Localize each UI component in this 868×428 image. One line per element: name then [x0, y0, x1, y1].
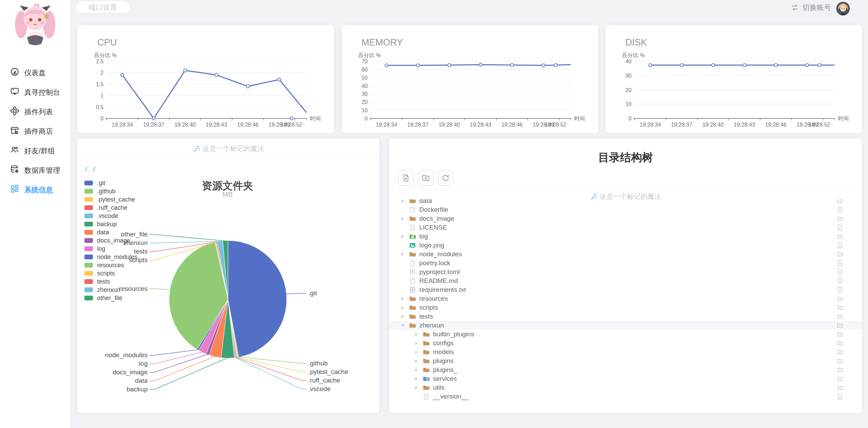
tree-viewport[interactable]: dataDockerfiledocs_imageLICENSEloglogo.p…	[389, 199, 862, 408]
caret-right-icon[interactable]	[401, 216, 408, 221]
caret-right-icon[interactable]	[401, 305, 408, 310]
sidebar-item-5[interactable]: 数据库管理	[0, 160, 70, 180]
caret-right-icon[interactable]	[415, 358, 422, 364]
caret-right-icon[interactable]	[401, 199, 408, 204]
folder-icon	[409, 215, 416, 222]
row-action-icon[interactable]	[837, 215, 843, 222]
row-action-icon[interactable]	[837, 349, 843, 355]
sidebar-item-3[interactable]: 插件商店	[0, 121, 70, 141]
tree-row-scripts[interactable]: scripts	[389, 303, 862, 312]
row-action-icon[interactable]	[837, 340, 843, 347]
cpu-line-chart[interactable]: 百分比 %00.511.522.519:28:3419:28:3719:28:4…	[88, 52, 324, 129]
switch-account-button[interactable]: 切换账号	[791, 3, 831, 12]
memory-chart-card: MEMORY 百分比 %01020304050607019:28:3419:28…	[342, 25, 598, 133]
refresh-icon	[442, 174, 450, 182]
tree-row-log[interactable]: log	[389, 232, 862, 241]
tree-row-__version__[interactable]: __version__	[389, 392, 862, 401]
tree-row-zhenxun[interactable]: zhenxun	[389, 321, 862, 330]
port-settings-button[interactable]: 端口设置	[76, 1, 130, 13]
row-action-icon[interactable]	[837, 251, 843, 258]
caret-right-icon[interactable]	[415, 385, 422, 390]
tree-row-label: README.md	[419, 277, 458, 285]
row-action-icon[interactable]	[837, 384, 843, 391]
caret-right-icon[interactable]	[401, 234, 408, 239]
svg-text:0: 0	[365, 116, 368, 121]
folder-icon	[423, 358, 430, 364]
row-action-icon[interactable]	[837, 393, 843, 400]
row-action-icon[interactable]	[837, 206, 843, 213]
legend-item-.github[interactable]: .github	[84, 187, 137, 195]
tree-row-poetry.lock[interactable]: poetry.lock	[389, 259, 862, 268]
new-folder-button[interactable]	[418, 170, 434, 186]
row-action-icon[interactable]	[837, 260, 843, 267]
tree-row-builtin_plugins[interactable]: builtin_plugins	[389, 330, 862, 339]
pie-slice-.git[interactable]	[228, 241, 287, 357]
new-file-button[interactable]	[398, 170, 414, 186]
tree-row-configs[interactable]: configs	[389, 339, 862, 348]
tree-row-plugins_[interactable]: plugins_	[389, 365, 862, 374]
caret-right-icon[interactable]	[401, 251, 408, 257]
sidebar-item-0[interactable]: 仪表盘	[0, 63, 70, 82]
caret-right-icon[interactable]	[415, 332, 422, 337]
folder-icon	[409, 251, 416, 258]
tree-row-logo.png[interactable]: logo.png	[389, 241, 862, 250]
tree-row-resources[interactable]: resources	[389, 294, 862, 303]
tree-row-Dockerfile[interactable]: Dockerfile	[389, 205, 862, 214]
row-action-icon[interactable]	[837, 277, 843, 284]
user-avatar[interactable]	[836, 2, 850, 15]
pie-label-resources: resources	[119, 285, 148, 292]
sidebar-item-1[interactable]: 真寻控制台	[0, 82, 70, 102]
tree-row-plugins[interactable]: plugins	[389, 356, 862, 365]
row-action-icon[interactable]	[837, 242, 843, 249]
caret-right-icon[interactable]	[415, 349, 422, 355]
services-icon	[423, 375, 430, 382]
row-action-icon[interactable]	[837, 233, 843, 240]
sidebar-item-2[interactable]: 插件列表	[0, 102, 70, 121]
tree-row-pyproject.toml[interactable]: pyproject.toml	[389, 268, 862, 276]
refresh-button[interactable]	[438, 170, 453, 186]
txt-icon	[409, 286, 416, 293]
tree-row-utils[interactable]: utils	[389, 383, 862, 392]
tree-row-tests[interactable]: tests	[389, 312, 862, 321]
caret-right-icon[interactable]	[401, 296, 408, 301]
tree-row-services[interactable]: services	[389, 374, 862, 383]
row-action-icon[interactable]	[837, 358, 843, 364]
row-action-icon[interactable]	[837, 375, 843, 382]
row-action-icon[interactable]	[837, 224, 843, 231]
row-action-icon[interactable]	[837, 366, 843, 373]
svg-text:70: 70	[362, 59, 368, 64]
svg-text:时间: 时间	[838, 116, 849, 121]
caret-down-icon[interactable]	[401, 323, 408, 328]
caret-right-icon[interactable]	[415, 340, 422, 346]
console-icon	[10, 87, 19, 98]
row-action-icon[interactable]	[837, 269, 843, 275]
breadcrumb[interactable]: / /	[85, 165, 97, 173]
row-action-icon[interactable]	[837, 304, 843, 311]
pie-label-other_file: other_file	[121, 231, 148, 238]
tree-row-requirements.txt[interactable]: requirements.txt	[389, 285, 862, 294]
legend-item-.git[interactable]: .git	[84, 179, 137, 187]
svg-text:百分比 %: 百分比 %	[622, 52, 645, 58]
disk-line-chart[interactable]: 百分比 %01020304019:28:3419:28:3719:28:4019…	[616, 52, 852, 129]
row-action-icon[interactable]	[837, 313, 843, 320]
row-action-icon[interactable]	[837, 295, 843, 302]
tree-row-LICENSE[interactable]: LICENSE	[389, 223, 862, 232]
memory-line-chart[interactable]: 百分比 %01020304050607019:28:3419:28:3719:2…	[352, 52, 588, 129]
sidebar-item-4[interactable]: 好友/群组	[0, 141, 70, 160]
row-action-icon[interactable]	[837, 286, 843, 293]
caret-right-icon[interactable]	[415, 376, 422, 381]
tree-row-docs_image[interactable]: docs_image	[389, 214, 862, 223]
resource-pie-chart[interactable]: .git.github.pytest_cache.ruff_cache.vsco…	[84, 200, 371, 405]
tree-row-models[interactable]: models	[389, 348, 862, 356]
row-action-icon[interactable]	[837, 322, 843, 329]
row-action-icon[interactable]	[837, 331, 843, 338]
tree-row-node_modules[interactable]: node_modules	[389, 250, 862, 259]
tree-row-README.md[interactable]: README.md	[389, 276, 862, 285]
tree-row-label: requirements.txt	[419, 286, 466, 294]
sidebar-item-6[interactable]: 系统信息	[0, 180, 70, 199]
caret-right-icon[interactable]	[401, 314, 408, 319]
tree-row-data[interactable]: data	[389, 199, 862, 205]
row-action-icon[interactable]	[837, 199, 843, 204]
caret-right-icon[interactable]	[415, 367, 422, 373]
svg-text:19:28:52: 19:28:52	[809, 122, 830, 128]
